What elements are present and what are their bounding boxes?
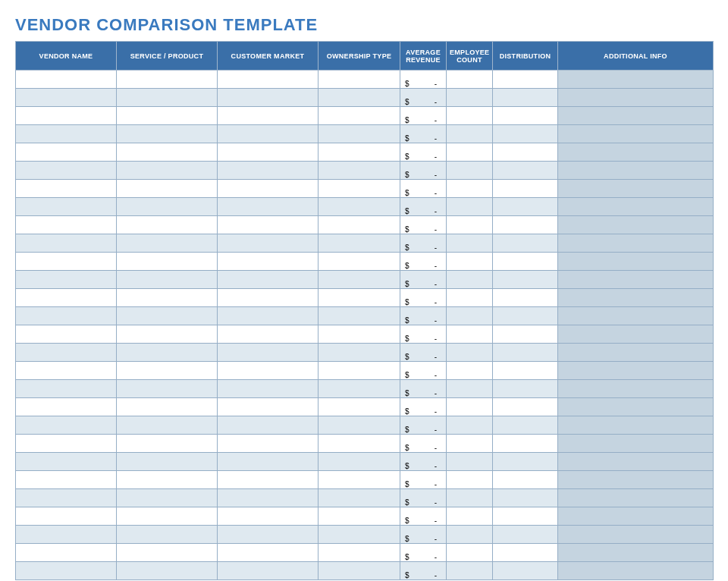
cell-additional-info[interactable]	[558, 253, 714, 271]
cell-customer-market[interactable]	[218, 526, 318, 544]
cell-employee-count[interactable]	[447, 71, 493, 89]
cell-service-product[interactable]	[117, 289, 218, 307]
cell-customer-market[interactable]	[218, 416, 318, 435]
cell-vendor-name[interactable]	[16, 344, 117, 362]
cell-employee-count[interactable]	[447, 435, 493, 453]
cell-service-product[interactable]	[117, 107, 218, 125]
cell-customer-market[interactable]	[218, 162, 318, 180]
cell-distribution[interactable]	[493, 289, 558, 307]
cell-distribution[interactable]	[493, 362, 558, 380]
cell-ownership-type[interactable]	[318, 544, 400, 562]
cell-customer-market[interactable]	[218, 325, 318, 344]
cell-ownership-type[interactable]	[318, 435, 400, 453]
cell-average-revenue[interactable]: $-	[400, 325, 447, 344]
cell-vendor-name[interactable]	[16, 453, 117, 471]
cell-vendor-name[interactable]	[16, 125, 117, 143]
cell-additional-info[interactable]	[558, 180, 714, 198]
cell-average-revenue[interactable]: $-	[400, 289, 447, 307]
cell-employee-count[interactable]	[447, 562, 493, 580]
cell-average-revenue[interactable]: $-	[400, 507, 447, 526]
cell-employee-count[interactable]	[447, 271, 493, 289]
cell-customer-market[interactable]	[218, 435, 318, 453]
cell-distribution[interactable]	[493, 253, 558, 271]
cell-distribution[interactable]	[493, 143, 558, 162]
cell-distribution[interactable]	[493, 526, 558, 544]
cell-average-revenue[interactable]: $-	[400, 71, 447, 89]
cell-ownership-type[interactable]	[318, 234, 400, 253]
cell-service-product[interactable]	[117, 526, 218, 544]
cell-additional-info[interactable]	[558, 107, 714, 125]
cell-average-revenue[interactable]: $-	[400, 216, 447, 234]
cell-service-product[interactable]	[117, 489, 218, 507]
cell-distribution[interactable]	[493, 344, 558, 362]
cell-customer-market[interactable]	[218, 271, 318, 289]
cell-vendor-name[interactable]	[16, 162, 117, 180]
cell-average-revenue[interactable]: $-	[400, 453, 447, 471]
cell-customer-market[interactable]	[218, 362, 318, 380]
cell-customer-market[interactable]	[218, 562, 318, 580]
cell-employee-count[interactable]	[447, 544, 493, 562]
cell-employee-count[interactable]	[447, 89, 493, 107]
cell-service-product[interactable]	[117, 253, 218, 271]
cell-service-product[interactable]	[117, 307, 218, 325]
cell-ownership-type[interactable]	[318, 162, 400, 180]
cell-employee-count[interactable]	[447, 453, 493, 471]
cell-ownership-type[interactable]	[318, 398, 400, 416]
cell-distribution[interactable]	[493, 416, 558, 435]
cell-distribution[interactable]	[493, 307, 558, 325]
cell-employee-count[interactable]	[447, 289, 493, 307]
cell-additional-info[interactable]	[558, 435, 714, 453]
cell-employee-count[interactable]	[447, 380, 493, 398]
cell-additional-info[interactable]	[558, 289, 714, 307]
cell-customer-market[interactable]	[218, 471, 318, 489]
cell-average-revenue[interactable]: $-	[400, 471, 447, 489]
cell-ownership-type[interactable]	[318, 307, 400, 325]
cell-ownership-type[interactable]	[318, 380, 400, 398]
cell-distribution[interactable]	[493, 107, 558, 125]
cell-service-product[interactable]	[117, 544, 218, 562]
cell-average-revenue[interactable]: $-	[400, 398, 447, 416]
cell-additional-info[interactable]	[558, 471, 714, 489]
cell-vendor-name[interactable]	[16, 234, 117, 253]
cell-service-product[interactable]	[117, 125, 218, 143]
cell-distribution[interactable]	[493, 89, 558, 107]
cell-average-revenue[interactable]: $-	[400, 143, 447, 162]
cell-additional-info[interactable]	[558, 416, 714, 435]
cell-average-revenue[interactable]: $-	[400, 416, 447, 435]
cell-additional-info[interactable]	[558, 71, 714, 89]
cell-service-product[interactable]	[117, 71, 218, 89]
cell-vendor-name[interactable]	[16, 435, 117, 453]
cell-average-revenue[interactable]: $-	[400, 344, 447, 362]
cell-ownership-type[interactable]	[318, 71, 400, 89]
cell-distribution[interactable]	[493, 435, 558, 453]
cell-service-product[interactable]	[117, 398, 218, 416]
cell-ownership-type[interactable]	[318, 180, 400, 198]
cell-employee-count[interactable]	[447, 180, 493, 198]
cell-customer-market[interactable]	[218, 216, 318, 234]
cell-service-product[interactable]	[117, 162, 218, 180]
cell-vendor-name[interactable]	[16, 71, 117, 89]
cell-service-product[interactable]	[117, 216, 218, 234]
cell-vendor-name[interactable]	[16, 89, 117, 107]
cell-average-revenue[interactable]: $-	[400, 234, 447, 253]
cell-employee-count[interactable]	[447, 489, 493, 507]
cell-employee-count[interactable]	[447, 234, 493, 253]
cell-employee-count[interactable]	[447, 526, 493, 544]
cell-additional-info[interactable]	[558, 453, 714, 471]
cell-customer-market[interactable]	[218, 89, 318, 107]
cell-vendor-name[interactable]	[16, 526, 117, 544]
cell-distribution[interactable]	[493, 325, 558, 344]
cell-distribution[interactable]	[493, 507, 558, 526]
cell-vendor-name[interactable]	[16, 143, 117, 162]
cell-average-revenue[interactable]: $-	[400, 125, 447, 143]
cell-additional-info[interactable]	[558, 325, 714, 344]
cell-vendor-name[interactable]	[16, 471, 117, 489]
cell-customer-market[interactable]	[218, 289, 318, 307]
cell-service-product[interactable]	[117, 198, 218, 216]
cell-distribution[interactable]	[493, 125, 558, 143]
cell-service-product[interactable]	[117, 325, 218, 344]
cell-average-revenue[interactable]: $-	[400, 362, 447, 380]
cell-vendor-name[interactable]	[16, 362, 117, 380]
cell-vendor-name[interactable]	[16, 507, 117, 526]
cell-additional-info[interactable]	[558, 143, 714, 162]
